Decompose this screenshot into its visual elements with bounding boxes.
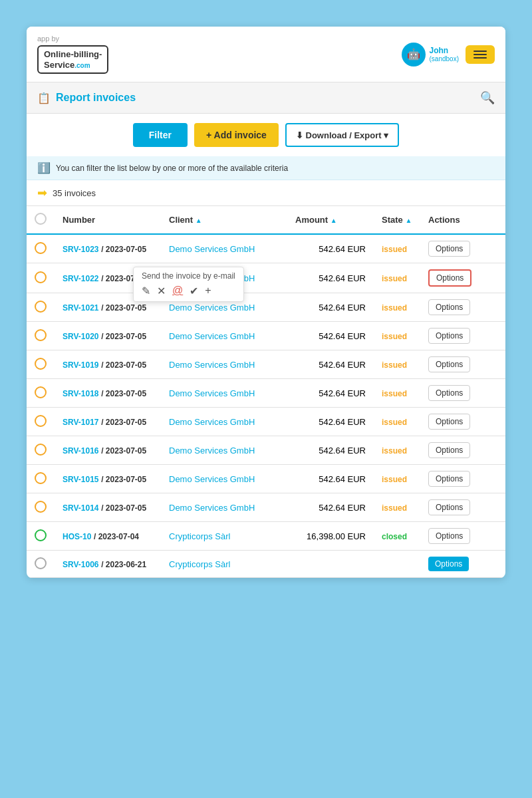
invoice-number[interactable]: SRV-1016 bbox=[63, 446, 99, 456]
row-radio[interactable] bbox=[35, 271, 47, 283]
edit-icon[interactable]: ✎ bbox=[142, 285, 150, 297]
select-cell bbox=[27, 234, 55, 263]
search-button[interactable]: 🔍 bbox=[480, 90, 495, 105]
invoice-number[interactable]: SRV-1019 bbox=[63, 360, 99, 370]
options-button[interactable]: Options bbox=[428, 442, 470, 458]
email-icon[interactable]: @ bbox=[172, 285, 183, 297]
options-button[interactable]: Options bbox=[428, 414, 470, 430]
invoice-number[interactable]: SRV-1015 bbox=[63, 475, 99, 484]
row-radio[interactable] bbox=[35, 358, 47, 370]
client-cell: Demo Services GmbH bbox=[161, 322, 287, 350]
invoice-number[interactable]: SRV-1022 bbox=[63, 274, 99, 283]
invoice-table: Number Client ▲ Amount ▲ State ▲ Actions… bbox=[27, 206, 505, 578]
invoice-number[interactable]: SRV-1021 bbox=[63, 303, 99, 313]
row-radio[interactable] bbox=[35, 472, 47, 484]
tooltip-actions: ✎ ✕ @ ✔ + bbox=[142, 285, 235, 297]
invoice-number[interactable]: SRV-1006 bbox=[63, 560, 99, 569]
add-invoice-button[interactable]: + Add invoice bbox=[194, 123, 279, 147]
state-cell: issued bbox=[374, 408, 420, 436]
client-name: Demo Services GmbH bbox=[169, 360, 255, 370]
client-cell: Demo Services GmbH bbox=[161, 408, 287, 436]
row-radio[interactable] bbox=[35, 529, 47, 541]
amount-cell: 542.64 EUR bbox=[287, 293, 374, 322]
invoice-number[interactable]: SRV-1017 bbox=[63, 418, 99, 427]
info-icon: ℹ️ bbox=[37, 162, 51, 174]
logo-line2: Service bbox=[44, 60, 74, 70]
invoice-number[interactable]: SRV-1020 bbox=[63, 332, 99, 341]
download-export-button[interactable]: ⬇ Download / Export ▾ bbox=[285, 123, 399, 147]
col-amount[interactable]: Amount ▲ bbox=[287, 206, 374, 234]
add-icon[interactable]: + bbox=[205, 285, 211, 297]
row-radio[interactable] bbox=[35, 386, 47, 398]
state-badge: issued bbox=[382, 332, 407, 341]
amount: 542.64 EUR bbox=[319, 474, 366, 484]
page-title: 📋 Report invoices bbox=[37, 92, 136, 104]
actions-cell: Options bbox=[420, 263, 479, 293]
state-cell: issued bbox=[374, 493, 420, 522]
state-cell: issued bbox=[374, 379, 420, 408]
options-button[interactable]: Options bbox=[428, 499, 470, 515]
amount-cell: 542.64 EUR bbox=[287, 234, 374, 263]
actions-cell: Options bbox=[420, 322, 479, 350]
options-button[interactable]: Options bbox=[428, 471, 470, 487]
invoice-number[interactable]: SRV-1023 bbox=[63, 245, 99, 254]
delete-icon[interactable]: ✕ bbox=[157, 285, 166, 297]
menu-line-1 bbox=[473, 51, 487, 52]
arrow-icon: ➡ bbox=[37, 186, 47, 200]
col-state[interactable]: State ▲ bbox=[374, 206, 420, 234]
state-badge: issued bbox=[382, 303, 407, 313]
options-button[interactable]: Options bbox=[428, 328, 470, 344]
table-row: SRV-1022 / 2023-07-05 Demo Services GmbH… bbox=[27, 263, 505, 293]
user-role: (sandbox) bbox=[430, 55, 459, 63]
avatar: 🤖 bbox=[402, 43, 426, 66]
actions-bar: Filter + Add invoice ⬇ Download / Export… bbox=[27, 114, 505, 156]
invoice-number[interactable]: SRV-1014 bbox=[63, 503, 99, 513]
client-cell: Demo Services GmbH bbox=[161, 493, 287, 522]
options-button[interactable]: Options bbox=[428, 241, 470, 257]
options-button[interactable]: Options bbox=[428, 385, 470, 401]
options-button[interactable]: Options bbox=[428, 356, 470, 372]
amount-cell: 542.64 EUR bbox=[287, 436, 374, 465]
select-cell bbox=[27, 263, 55, 293]
number-cell: SRV-1018 / 2023-07-05 bbox=[55, 379, 161, 408]
client-cell: Demo Services GmbH bbox=[161, 436, 287, 465]
row-radio[interactable] bbox=[35, 329, 47, 341]
state-badge: issued bbox=[382, 360, 407, 370]
state-cell: closed bbox=[374, 522, 420, 551]
row-radio[interactable] bbox=[35, 444, 47, 456]
invoice-number[interactable]: HOS-10 bbox=[63, 532, 91, 541]
filter-button[interactable]: Filter bbox=[133, 123, 188, 147]
state-cell: issued bbox=[374, 293, 420, 322]
client-name: Crypticorps Sàrl bbox=[169, 531, 230, 541]
options-button[interactable]: Options bbox=[428, 557, 469, 571]
state-cell: issued bbox=[374, 234, 420, 263]
row-radio[interactable] bbox=[35, 415, 47, 427]
invoice-number[interactable]: SRV-1018 bbox=[63, 389, 99, 398]
row-radio[interactable] bbox=[35, 242, 47, 254]
row-radio[interactable] bbox=[35, 557, 47, 569]
tooltip-label: Send the invoice by e-mail bbox=[142, 271, 235, 281]
table-row: SRV-1020 / 2023-07-05 Demo Services GmbH… bbox=[27, 322, 505, 350]
invoice-date: / 2023-07-05 bbox=[101, 446, 146, 456]
col-client[interactable]: Client ▲ bbox=[161, 206, 287, 234]
options-button[interactable]: Options bbox=[428, 269, 471, 287]
menu-line-2 bbox=[473, 54, 487, 55]
table-row: SRV-1023 / 2023-07-05 Demo Services GmbH… bbox=[27, 234, 505, 263]
actions-cell: Options bbox=[420, 408, 479, 436]
row-radio[interactable] bbox=[35, 501, 47, 513]
check-icon[interactable]: ✔ bbox=[190, 285, 198, 297]
actions-cell: Options bbox=[420, 551, 479, 578]
actions-cell: Options bbox=[420, 436, 479, 465]
col-number: Number bbox=[55, 206, 161, 234]
options-button[interactable]: Options bbox=[428, 528, 470, 544]
report-icon: 📋 bbox=[37, 92, 51, 104]
menu-button[interactable] bbox=[466, 45, 495, 64]
options-button[interactable]: Options bbox=[428, 299, 470, 315]
invoice-date: / 2023-06-21 bbox=[101, 560, 146, 569]
logo-com: .com bbox=[74, 62, 90, 69]
amount: 542.64 EUR bbox=[319, 303, 366, 313]
actions-cell: Options bbox=[420, 493, 479, 522]
state-badge: issued bbox=[382, 446, 407, 456]
table-row: SRV-1021 / 2023-07-05 Demo Services GmbH… bbox=[27, 293, 505, 322]
row-radio[interactable] bbox=[35, 301, 47, 313]
